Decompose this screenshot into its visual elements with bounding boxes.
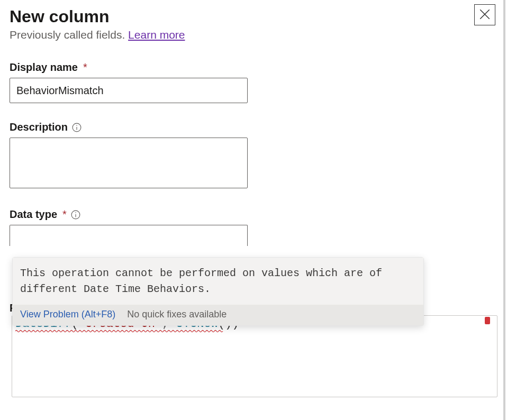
display-name-label: Display name * (10, 61, 494, 74)
description-label-text: Description (10, 121, 68, 133)
field-data-type: Data type * (10, 208, 494, 246)
error-footer: View Problem (Alt+F8) No quick fixes ava… (13, 305, 423, 325)
minimap-error-marker[interactable] (485, 317, 490, 324)
required-mark: * (83, 61, 87, 74)
error-message: This operation cannot be performed on va… (13, 258, 423, 305)
new-column-panel: New column Previously called fields. Lea… (0, 0, 505, 420)
description-label: Description (10, 121, 494, 133)
subtitle-text: Previously called fields. (10, 29, 128, 41)
data-type-label-text: Data type (10, 208, 57, 221)
display-name-input[interactable] (10, 78, 248, 103)
panel-subtitle: Previously called fields. Learn more (10, 29, 494, 41)
info-icon[interactable] (72, 123, 82, 132)
error-tooltip: This operation cannot be performed on va… (12, 257, 424, 326)
learn-more-link[interactable]: Learn more (128, 29, 185, 41)
no-quick-fixes-text: No quick fixes available (127, 309, 227, 320)
description-input[interactable] (10, 138, 248, 188)
close-button[interactable] (474, 4, 495, 25)
info-icon[interactable] (71, 210, 80, 220)
data-type-label: Data type * (10, 208, 494, 221)
svg-point-3 (76, 125, 77, 126)
field-display-name: Display name * (10, 61, 494, 103)
svg-point-6 (75, 212, 76, 213)
close-icon (479, 9, 490, 21)
formula-editor[interactable]: DateDiff('Created On', UTCNow()) (12, 315, 497, 397)
display-name-label-text: Display name (10, 61, 78, 74)
field-description: Description (10, 121, 494, 190)
data-type-select[interactable] (10, 225, 248, 246)
panel-title: New column (10, 7, 494, 26)
view-problem-link[interactable]: View Problem (Alt+F8) (20, 309, 115, 320)
required-mark: * (62, 208, 67, 221)
